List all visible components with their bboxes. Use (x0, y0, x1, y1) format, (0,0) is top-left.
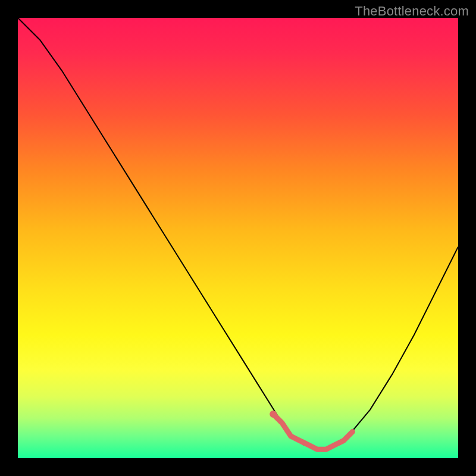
highlight-start-dot (270, 411, 277, 418)
watermark-text: TheBottleneck.com (355, 4, 469, 19)
highlight-segment (273, 414, 352, 449)
bottleneck-curve (18, 18, 458, 449)
chart-svg (18, 18, 458, 458)
chart-plot-area (18, 18, 458, 458)
